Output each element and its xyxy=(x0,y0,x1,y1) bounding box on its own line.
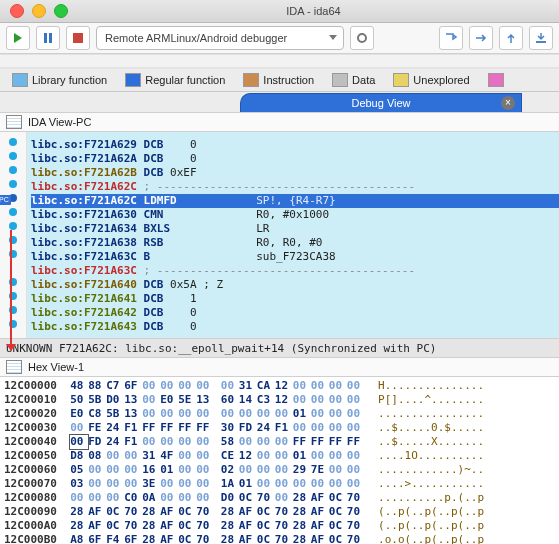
run-to-button[interactable] xyxy=(529,26,553,50)
step-into-button[interactable] xyxy=(439,26,463,50)
svg-marker-0 xyxy=(14,33,22,43)
svg-rect-1 xyxy=(44,33,47,43)
svg-rect-3 xyxy=(73,33,83,43)
disasm-row[interactable]: libc.so:F721A62A DCB 0 xyxy=(31,152,559,166)
pc-marker: PC xyxy=(0,195,11,205)
hex-row[interactable]: 12C000A0 28AF0C7028AF0C70 28AF0C7028AF0C… xyxy=(4,519,555,533)
branch-arrow-icon xyxy=(10,230,12,350)
disasm-row[interactable]: libc.so:F721A642 DCB 0 xyxy=(31,306,559,320)
disasm-row[interactable]: libc.so:F721A634 BXLS LR xyxy=(31,222,559,236)
hex-row[interactable]: 12C00080 000000C00A000000 D00C700028AF0C… xyxy=(4,491,555,505)
disasm-row[interactable]: libc.so:F721A63C ; ---------------------… xyxy=(31,264,559,278)
legend-dat: Data xyxy=(352,74,375,86)
disasm-row[interactable]: libc.so:F721A63C B sub_F723CA38 xyxy=(31,250,559,264)
status-line: UNKNOWN F721A62C: libc.so:__epoll_pwait+… xyxy=(0,338,559,357)
legend-lib: Library function xyxy=(32,74,107,86)
disasm-row[interactable]: libc.so:F721A62B DCB 0xEF xyxy=(31,166,559,180)
svg-rect-5 xyxy=(536,41,546,43)
disassembly-listing[interactable]: libc.so:F721A629 DCB 0libc.so:F721A62A D… xyxy=(27,132,559,338)
window-title: IDA - ida64 xyxy=(68,5,559,17)
ida-view-title: IDA View-PC xyxy=(28,116,91,128)
hex-view[interactable]: 12C00000 4888C76F00000000 0031CA12000000… xyxy=(0,377,559,544)
breakpoint-dot[interactable] xyxy=(9,208,17,216)
disasm-row[interactable]: libc.so:F721A630 CMN R0, #0x1000 xyxy=(31,208,559,222)
hex-row[interactable]: 12C00010 505BD01300E05E13 6014C312000000… xyxy=(4,393,555,407)
svg-rect-2 xyxy=(49,33,52,43)
disasm-row[interactable]: libc.so:F721A641 DCB 1 xyxy=(31,292,559,306)
svg-point-4 xyxy=(358,34,366,42)
hex-row[interactable]: 12C00040 00FD24F100000000 58000000FFFFFF… xyxy=(4,435,555,449)
titlebar: IDA - ida64 xyxy=(0,0,559,23)
ida-view-titlebar: IDA View-PC xyxy=(0,112,559,132)
legend-ins: Instruction xyxy=(263,74,314,86)
breakpoint-dot[interactable] xyxy=(9,166,17,174)
tab-bar: Debug View × xyxy=(0,92,559,112)
run-button[interactable] xyxy=(6,26,30,50)
step-over-button[interactable] xyxy=(469,26,493,50)
breakpoint-dot[interactable] xyxy=(9,138,17,146)
disasm-row[interactable]: libc.so:F721A62C LDMFD SP!, {R4-R7} xyxy=(31,194,559,208)
hex-view-title: Hex View-1 xyxy=(28,361,84,373)
hex-view-titlebar: Hex View-1 xyxy=(0,357,559,377)
legend-reg: Regular function xyxy=(145,74,225,86)
hex-row[interactable]: 12C00090 28AF0C7028AF0C70 28AF0C7028AF0C… xyxy=(4,505,555,519)
zoom-window-button[interactable] xyxy=(54,4,68,18)
debugger-select[interactable]: Remote ARMLinux/Android debugger xyxy=(96,26,344,50)
close-tab-button[interactable]: × xyxy=(501,96,515,110)
tab-debug-view-label: Debug View xyxy=(351,97,410,109)
legend-bar: Library function Regular function Instru… xyxy=(0,68,559,92)
disasm-row[interactable]: libc.so:F721A640 DCB 0x5A ; Z xyxy=(31,278,559,292)
breakpoint-dot[interactable] xyxy=(9,222,17,230)
hex-row[interactable]: 12C00030 00FE24F1FFFFFFFF 30FD24F1000000… xyxy=(4,421,555,435)
stop-button[interactable] xyxy=(66,26,90,50)
breakpoint-dot[interactable] xyxy=(9,180,17,188)
disasm-row[interactable]: libc.so:F721A643 DCB 0 xyxy=(31,320,559,334)
tab-debug-view[interactable]: Debug View × xyxy=(240,93,522,112)
disasm-row[interactable]: libc.so:F721A62C ; ---------------------… xyxy=(31,180,559,194)
gutter: PC xyxy=(0,132,27,338)
close-window-button[interactable] xyxy=(10,4,24,18)
hex-row[interactable]: 12C00060 0500000016010000 02000000297E00… xyxy=(4,463,555,477)
toolbar: Remote ARMLinux/Android debugger xyxy=(0,23,559,54)
empty-toolbar-strip xyxy=(0,54,559,68)
hex-row[interactable]: 12C00050 D8080000314F0000 CE120000010000… xyxy=(4,449,555,463)
minimize-window-button[interactable] xyxy=(32,4,46,18)
step-out-button[interactable] xyxy=(499,26,523,50)
view-icon xyxy=(6,115,22,129)
hex-row[interactable]: 12C00020 E0C85B1300000000 00000000010000… xyxy=(4,407,555,421)
breakpoint-dot[interactable] xyxy=(9,152,17,160)
view-icon xyxy=(6,360,22,374)
hex-row[interactable]: 12C00070 030000003E000000 1A010000000000… xyxy=(4,477,555,491)
hex-row[interactable]: 12C00000 4888C76F00000000 0031CA12000000… xyxy=(4,379,555,393)
disasm-row[interactable]: libc.so:F721A629 DCB 0 xyxy=(31,138,559,152)
disasm-row[interactable]: libc.so:F721A638 RSB R0, R0, #0 xyxy=(31,236,559,250)
pause-button[interactable] xyxy=(36,26,60,50)
gear-button[interactable] xyxy=(350,26,374,50)
hex-row[interactable]: 12C000B0 A86FF46F28AF0C70 28AF0C7028AF0C… xyxy=(4,533,555,544)
legend-unx: Unexplored xyxy=(413,74,469,86)
debugger-select-label: Remote ARMLinux/Android debugger xyxy=(105,32,287,44)
